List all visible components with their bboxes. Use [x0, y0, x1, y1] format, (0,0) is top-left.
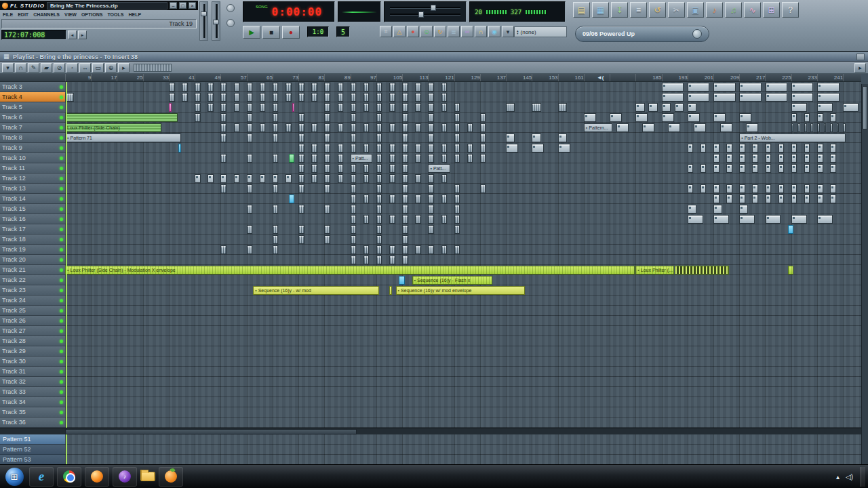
step-clip[interactable] [338, 164, 344, 173]
step-clip[interactable] [428, 184, 434, 193]
step-clip[interactable] [454, 205, 460, 214]
step-clip[interactable] [220, 245, 226, 254]
step-clip[interactable] [415, 103, 421, 112]
piano-roll-icon[interactable]: ♪ [706, 2, 723, 18]
step-clip[interactable] [454, 184, 460, 193]
u-clip[interactable] [739, 154, 745, 163]
track-header-track-31[interactable]: Track 31 [0, 367, 65, 377]
step-clip[interactable] [273, 134, 279, 142]
track-header-track-30[interactable]: Track 30 [0, 357, 65, 367]
track-header-track-18[interactable]: Track 18 [0, 235, 65, 245]
u-clip[interactable] [843, 103, 859, 112]
step-clip[interactable] [415, 93, 421, 102]
step-clip[interactable] [220, 113, 226, 122]
step-clip[interactable] [338, 103, 344, 112]
step-clip[interactable] [402, 93, 408, 102]
loop-marker-icon[interactable]: ◄( [597, 75, 604, 81]
playlist-grid[interactable]: Loux Philter (Side Chain)Pattern 71Patte… [65, 82, 861, 428]
multilink-icon[interactable]: ∞ [461, 26, 473, 37]
step-clip[interactable] [298, 144, 304, 152]
audio-green-clip[interactable]: Loux Philter (Side Chain) [65, 123, 161, 132]
step-clip[interactable] [804, 123, 807, 132]
hscroll-thumb[interactable] [65, 429, 357, 434]
help-icon[interactable]: ? [782, 2, 799, 18]
step-clip[interactable] [273, 235, 279, 244]
u-clip[interactable] [791, 195, 797, 203]
step-clip[interactable] [402, 144, 408, 152]
step-clip[interactable] [338, 83, 344, 92]
step-clip[interactable] [376, 154, 382, 163]
u-clip[interactable] [817, 215, 833, 224]
step-clip[interactable] [441, 195, 448, 203]
u-clip[interactable] [701, 184, 707, 193]
step-clip[interactable] [830, 123, 833, 132]
u-clip[interactable] [713, 93, 736, 102]
u-clip[interactable] [739, 195, 745, 203]
step-clip[interactable] [824, 123, 827, 132]
track-header-track-7[interactable]: Track 7 [0, 123, 65, 133]
track-header-track-25[interactable]: Track 25 [0, 306, 65, 316]
step-clip[interactable] [402, 245, 408, 254]
u-clip[interactable] [506, 144, 518, 152]
track-enable-led[interactable] [60, 207, 63, 211]
pattern-clip[interactable]: Part 2 - Wob... [739, 134, 846, 142]
step-clip[interactable] [324, 225, 330, 234]
track-header-track-4[interactable]: Track 4 [0, 92, 65, 102]
u-clip[interactable] [791, 103, 807, 112]
step-clip[interactable] [402, 164, 408, 173]
step-clip[interactable] [234, 103, 240, 112]
step-clip[interactable] [351, 93, 357, 102]
step-clip[interactable] [376, 225, 382, 234]
pitch-knob[interactable] [213, 20, 219, 24]
track-enable-led[interactable] [60, 401, 63, 404]
step-clip[interactable] [837, 123, 840, 132]
track-header-track-5[interactable]: Track 5 [0, 102, 65, 113]
step-clip[interactable] [311, 164, 317, 173]
step-clip[interactable] [415, 144, 421, 152]
pattern-row-pattern-52[interactable]: Pattern 52 [0, 445, 65, 455]
u-clip[interactable] [804, 144, 810, 152]
step-clip[interactable] [247, 123, 253, 132]
playlist-icon[interactable]: ♫ [725, 2, 742, 18]
step-clip[interactable] [376, 205, 382, 214]
track-enable-led[interactable] [60, 319, 63, 323]
step-clip[interactable] [363, 256, 370, 264]
track-header-track-28[interactable]: Track 28 [0, 336, 65, 346]
step-clip[interactable] [298, 134, 304, 142]
track-header-track-35[interactable]: Track 35 [0, 407, 65, 418]
playlist-titlebar[interactable]: Playlist - Bring e the princess - To Ins… [0, 52, 868, 62]
step-clip[interactable] [247, 103, 253, 112]
step-clip[interactable] [797, 123, 800, 132]
u-clip[interactable] [739, 113, 751, 122]
maximize-button[interactable]: □ [179, 2, 186, 9]
u-clip[interactable] [766, 83, 788, 92]
track-header-track-23[interactable]: Track 23 [0, 285, 65, 296]
step-clip[interactable] [324, 103, 330, 112]
pattern-clip[interactable]: Pattern... [584, 123, 612, 132]
u-clip[interactable] [713, 184, 719, 193]
step-clip[interactable] [351, 195, 357, 203]
step-clip[interactable] [273, 205, 279, 214]
menu-help[interactable]: HELP [127, 12, 142, 17]
step-clip[interactable] [389, 144, 395, 152]
pattern-number-display[interactable]: 5 [336, 26, 350, 37]
close-button[interactable]: × [189, 2, 196, 9]
u-clip[interactable] [830, 113, 836, 122]
step-clip[interactable] [351, 184, 357, 193]
step-clip[interactable] [260, 83, 266, 92]
track-enable-led[interactable] [60, 299, 63, 302]
u-clip[interactable] [778, 144, 785, 152]
step-clip[interactable] [454, 245, 460, 254]
pink-clip[interactable] [169, 103, 172, 112]
track-enable-led[interactable] [60, 228, 63, 231]
track-header-track-32[interactable]: Track 32 [0, 377, 65, 387]
dropdown-knob-icon[interactable] [692, 29, 702, 39]
u-clip[interactable] [688, 164, 694, 173]
step-clip[interactable] [467, 154, 473, 163]
step-clip[interactable] [402, 184, 408, 193]
step-clip[interactable] [415, 215, 421, 224]
track-enable-led[interactable] [60, 309, 63, 312]
track-header-track-21[interactable]: Track 21 [0, 265, 65, 275]
u-clip[interactable] [532, 134, 540, 142]
cyan-clip[interactable] [178, 144, 181, 152]
